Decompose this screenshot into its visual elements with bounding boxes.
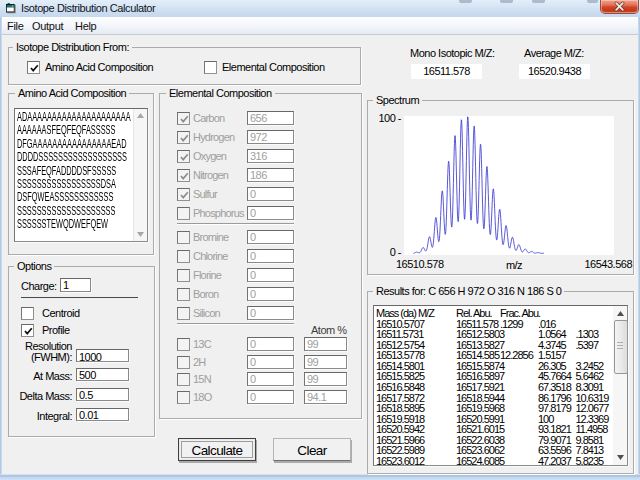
amino-acid-composition-checkbox-label: Amino Acid Composition (45, 62, 153, 73)
option-field[interactable]: 1000 (76, 349, 129, 362)
mono-isotopic-mz-field[interactable]: 16511.578 (411, 64, 482, 79)
element-atom-percent-field[interactable]: 99 (304, 355, 347, 369)
sequence-scrollbar[interactable] (133, 109, 147, 241)
sequence-line: DSFQWEASSSSSSSSSSSS (17, 191, 113, 204)
element-label: Bromine (193, 232, 228, 243)
element-atom-percent-value: 99 (307, 357, 346, 368)
element-label: Oxygen (193, 151, 226, 162)
element-count-field[interactable]: 0 (247, 206, 294, 220)
element-bromine-checkbox[interactable] (177, 231, 190, 244)
sequence-textarea[interactable]: ADAAAAAAAAAAAAAAAAAAAAAAAAAAASFEQFEQFASS… (14, 108, 148, 242)
calculate-button[interactable]: Calculate (178, 438, 256, 461)
option-field[interactable]: 500 (76, 368, 129, 381)
menu-help[interactable]: Help (75, 21, 96, 32)
element-oxygen-checkbox[interactable] (177, 150, 190, 163)
element-label: Phosphorus (193, 208, 244, 219)
charge-field[interactable]: 1 (60, 278, 91, 292)
results-cell: 12.2856 (500, 350, 533, 361)
spectrum-ymax-label: 100 - (371, 113, 401, 124)
element-label: Sulfur (193, 189, 217, 200)
results-row[interactable]: Mass (da) M/ZRel. Abu.Frac. Abu. (376, 308, 612, 319)
element-count-value: 972 (250, 132, 293, 143)
results-cell: .5397 (576, 340, 599, 351)
menu-output[interactable]: Output (32, 21, 63, 32)
scrollbar-grip (617, 342, 623, 343)
element-2h-checkbox[interactable] (177, 356, 190, 369)
element-carbon-checkbox[interactable] (177, 112, 190, 125)
element-sulfur-checkbox[interactable] (177, 188, 190, 201)
results-cell: 47.2037 (538, 456, 571, 465)
profile-checkbox[interactable] (21, 324, 34, 337)
group-options-label: Options (14, 261, 54, 272)
results-scrollbar-thumb[interactable] (614, 320, 628, 374)
element-count-field[interactable]: 0 (247, 249, 294, 263)
group-spectrum-label: Spectrum (373, 95, 422, 106)
element-atom-percent-field[interactable]: 99 (304, 337, 347, 351)
element-count-field[interactable]: 656 (247, 111, 294, 125)
element-label: Silicon (193, 308, 220, 319)
results-cell: 16523.6012 (376, 456, 424, 465)
element-18o-checkbox[interactable] (177, 391, 190, 404)
option-field-label: Delta Mass: (0, 391, 72, 402)
amino-acid-composition-checkbox[interactable] (27, 61, 40, 74)
elemental-composition-checkbox-label: Elemental Composition (222, 62, 325, 73)
app-window: Isotope Distribution Calculator File Out… (0, 0, 640, 480)
element-silicon-checkbox[interactable] (177, 307, 190, 320)
close-button[interactable] (601, 0, 638, 13)
element-count-value: 186 (250, 170, 293, 181)
clear-button[interactable]: Clear (273, 438, 351, 461)
spectrum-xlabel: m/z (501, 260, 527, 271)
element-count-field[interactable]: 972 (247, 130, 294, 144)
titlebar-ghost-mark (459, 0, 472, 3)
elemental-composition-checkbox[interactable] (204, 61, 217, 74)
element-count-value: 0 (250, 232, 293, 243)
element-count-field[interactable]: 0 (247, 337, 294, 351)
element-chlorine-checkbox[interactable] (177, 250, 190, 263)
element-atom-percent-field[interactable]: 99 (304, 372, 347, 386)
element-count-field[interactable]: 316 (247, 149, 294, 163)
element-count-field[interactable]: 0 (247, 230, 294, 244)
charge-label: Charge: (21, 281, 57, 292)
element-count-field[interactable]: 0 (247, 268, 294, 282)
element-hydrogen-checkbox[interactable] (177, 131, 190, 144)
element-boron-checkbox[interactable] (177, 288, 190, 301)
element-count-value: 316 (250, 151, 293, 162)
element-13c-checkbox[interactable] (177, 338, 190, 351)
element-count-field[interactable]: 0 (247, 390, 294, 404)
option-field-value: 1000 (79, 352, 128, 363)
element-15n-checkbox[interactable] (177, 373, 190, 386)
results-row[interactable]: 16523.601216524.608547.20375.8235 (376, 456, 612, 465)
option-field[interactable]: 0.01 (76, 408, 129, 421)
element-label: 13C (193, 339, 211, 350)
element-phosphorus-checkbox[interactable] (177, 207, 190, 220)
element-count-field[interactable]: 0 (247, 187, 294, 201)
sequence-line: AAAAAASFEQFEQFASSSSS (17, 124, 115, 137)
element-count-value: 0 (250, 189, 293, 200)
element-atom-percent-value: 94.1 (307, 392, 346, 403)
element-count-field[interactable]: 0 (247, 306, 294, 320)
menu-file[interactable]: File (7, 21, 24, 32)
scroll-down-icon[interactable] (137, 232, 144, 237)
element-count-field[interactable]: 0 (247, 355, 294, 369)
centroid-checkbox[interactable] (21, 307, 34, 320)
centroid-checkbox-label: Centroid (42, 308, 80, 319)
results-row[interactable]: 16516.584816517.592167.35188.3091 (376, 382, 612, 393)
element-count-field[interactable]: 0 (247, 287, 294, 301)
element-nitrogen-checkbox[interactable] (177, 169, 190, 182)
mono-isotopic-mz-label: Mono Isotopic M/Z: (410, 48, 495, 59)
element-count-field[interactable]: 0 (247, 372, 294, 386)
results-scrollbar[interactable] (613, 306, 627, 465)
results-rows: Mass (da) M/ZRel. Abu.Frac. Abu.16510.57… (376, 308, 612, 465)
results-listbox[interactable]: Mass (da) M/ZRel. Abu.Frac. Abu.16510.57… (373, 305, 628, 466)
scroll-down-icon[interactable] (617, 455, 624, 460)
element-label: Florine (193, 270, 221, 281)
element-atom-percent-field[interactable]: 94.1 (304, 390, 347, 404)
scroll-up-icon[interactable] (617, 311, 624, 316)
element-florine-checkbox[interactable] (177, 269, 190, 282)
average-mz-field[interactable]: 16520.9438 (519, 64, 590, 79)
element-count-value: 0 (250, 208, 293, 219)
element-label: Carbon (193, 113, 224, 124)
element-count-field[interactable]: 186 (247, 168, 294, 182)
option-field[interactable]: 0.5 (76, 388, 129, 401)
scroll-up-icon[interactable] (137, 113, 144, 118)
